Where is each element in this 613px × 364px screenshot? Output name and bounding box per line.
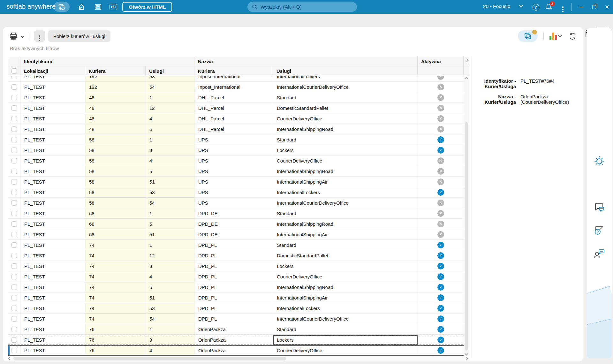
- active-status-icon[interactable]: ✓: [437, 326, 444, 333]
- cell-uslugi-nazwa[interactable]: CourierDeliveryOffice: [273, 155, 418, 166]
- cell-uslugi-nazwa[interactable]: Standard: [273, 134, 418, 145]
- cell-uslugi-id[interactable]: 51: [146, 229, 195, 239]
- active-status-icon[interactable]: ✕: [437, 200, 444, 206]
- active-status-icon[interactable]: ✕: [437, 84, 444, 90]
- row-checkbox[interactable]: [11, 95, 17, 100]
- cell-kuriera-nazwa[interactable]: OrlenPackza: [195, 335, 273, 345]
- minimize-button[interactable]: [577, 2, 586, 12]
- cell-uslugi-nazwa[interactable]: Standard: [273, 208, 418, 218]
- vertical-scrollbar[interactable]: [464, 77, 469, 356]
- active-status-icon[interactable]: ✓: [437, 189, 444, 196]
- restore-button[interactable]: [589, 2, 599, 12]
- row-checkbox[interactable]: [11, 316, 17, 322]
- cell-kuriera-id[interactable]: 74: [86, 292, 146, 303]
- row-checkbox[interactable]: [11, 306, 17, 311]
- ideas-button[interactable]: [593, 155, 606, 168]
- cell-uslugi-nazwa[interactable]: Standard: [273, 240, 418, 250]
- cell-uslugi-nazwa[interactable]: InternationalCourierDeliveryOffice: [273, 314, 418, 324]
- table-row[interactable]: PL_TEST 192 53 Inpost_International Inte…: [8, 76, 469, 82]
- cell-kuriera-id[interactable]: 74: [86, 314, 146, 324]
- cell-uslugi-nazwa[interactable]: InternationalShippingRoad: [273, 282, 418, 292]
- active-status-icon[interactable]: ✓: [437, 136, 444, 143]
- cell-kuriera-nazwa[interactable]: DPD_DE: [195, 208, 273, 218]
- vertical-scrollbar-thumb[interactable]: [465, 122, 468, 351]
- active-status-icon[interactable]: ✕: [437, 76, 444, 80]
- cell-lokalizacji[interactable]: PL_TEST: [21, 92, 86, 102]
- cell-uslugi-id[interactable]: 53: [146, 76, 195, 81]
- cell-uslugi-id[interactable]: 3: [146, 335, 195, 345]
- cell-uslugi-nazwa[interactable]: InternationalShippingAir: [273, 177, 418, 187]
- cell-uslugi-nazwa[interactable]: DomesticStandardPallet: [273, 103, 418, 113]
- print-chevron-icon[interactable]: [20, 34, 24, 38]
- cell-lokalizacji[interactable]: PL_TEST: [21, 303, 86, 313]
- table-row[interactable]: PL_TEST 48 5 DHL_Parcel InternationalShi…: [8, 124, 469, 134]
- cell-kuriera-id[interactable]: 58: [86, 134, 146, 145]
- cell-lokalizacji[interactable]: PL_TEST: [21, 240, 86, 250]
- table-row[interactable]: PL_TEST 58 3 UPS Lockers ✓: [8, 145, 469, 155]
- cell-kuriera-nazwa[interactable]: DPD_PL: [195, 282, 273, 292]
- cell-kuriera-nazwa[interactable]: UPS: [195, 134, 273, 145]
- cell-uslugi-nazwa[interactable]: InternationalCourierDeliveryOffice: [273, 198, 418, 208]
- cell-uslugi-nazwa[interactable]: Lockers: [273, 335, 418, 345]
- cell-uslugi-id[interactable]: 4: [146, 346, 195, 355]
- cell-kuriera-nazwa[interactable]: OrlenPackza: [195, 346, 273, 355]
- cell-kuriera-id[interactable]: 76: [86, 346, 146, 355]
- cell-kuriera-nazwa[interactable]: UPS: [195, 198, 273, 208]
- cell-uslugi-id[interactable]: 1: [146, 208, 195, 218]
- cell-uslugi-id[interactable]: 4: [146, 155, 195, 166]
- cell-uslugi-nazwa[interactable]: InternationalLockers: [273, 303, 418, 313]
- row-checkbox[interactable]: [11, 148, 17, 153]
- refresh-button[interactable]: [568, 32, 577, 41]
- cell-kuriera-id[interactable]: 76: [86, 335, 146, 345]
- cell-uslugi-nazwa[interactable]: InternationalShippingAir: [273, 229, 418, 239]
- home-button[interactable]: [77, 2, 86, 12]
- cell-kuriera-id[interactable]: 58: [86, 166, 146, 176]
- cell-uslugi-id[interactable]: 53: [146, 187, 195, 197]
- cell-kuriera-id[interactable]: 58: [86, 145, 146, 155]
- active-status-icon[interactable]: ✓: [437, 242, 444, 248]
- table-row[interactable]: PL_TEST 58 53 UPS InternationalLockers ✓: [8, 187, 469, 198]
- cell-kuriera-id[interactable]: 48: [86, 113, 146, 124]
- cell-uslugi-id[interactable]: 5: [146, 282, 195, 292]
- cell-uslugi-id[interactable]: 54: [146, 198, 195, 208]
- cell-kuriera-nazwa[interactable]: DHL_Parcel: [195, 124, 273, 134]
- grid-more-button[interactable]: [34, 30, 45, 42]
- active-status-icon[interactable]: ✓: [437, 284, 444, 291]
- table-row[interactable]: PL_TEST 192 54 Inpost_International Inte…: [8, 82, 469, 92]
- download-couriers-button[interactable]: Pobierz kurierów i usługi: [48, 30, 110, 42]
- row-checkbox[interactable]: [11, 221, 17, 227]
- open-in-html-button[interactable]: Otwórz w HTML: [122, 2, 172, 12]
- community-button[interactable]: [593, 247, 606, 261]
- view-mode-button[interactable]: [518, 30, 538, 42]
- table-row[interactable]: PL_TEST 74 54 DPD_PL InternationalCourie…: [8, 314, 469, 324]
- row-checkbox[interactable]: [11, 348, 17, 353]
- cell-lokalizacji[interactable]: PL_TEST: [21, 155, 86, 166]
- cell-uslugi-nazwa[interactable]: CourierDeliveryOffice: [273, 271, 418, 282]
- more-options-button[interactable]: [558, 2, 568, 12]
- cell-kuriera-nazwa[interactable]: UPS: [195, 155, 273, 166]
- table-row[interactable]: PL_TEST 58 5 UPS InternationalShippingRo…: [8, 166, 469, 177]
- cell-uslugi-id[interactable]: 5: [146, 219, 195, 229]
- active-status-icon[interactable]: ✓: [437, 263, 444, 269]
- print-button[interactable]: [9, 32, 18, 40]
- cell-lokalizacji[interactable]: PL_TEST: [21, 187, 86, 197]
- cell-kuriera-id[interactable]: 74: [86, 271, 146, 282]
- cell-lokalizacji[interactable]: PL_TEST: [21, 208, 86, 218]
- table-row[interactable]: PL_TEST 48 1 DHL_Parcel Standard ✕: [8, 92, 469, 103]
- cell-kuriera-id[interactable]: 58: [86, 155, 146, 166]
- table-row[interactable]: PL_TEST 68 5 DPD_DE InternationalShippin…: [8, 219, 469, 229]
- company-selector[interactable]: 20 - Focusio: [483, 4, 510, 9]
- bc-button[interactable]: BC: [109, 2, 118, 12]
- cell-lokalizacji[interactable]: PL_TEST: [21, 314, 86, 324]
- cell-lokalizacji[interactable]: PL_TEST: [21, 261, 86, 271]
- scroll-left-icon[interactable]: [8, 357, 11, 360]
- cell-uslugi-id[interactable]: 5: [146, 166, 195, 176]
- cell-kuriera-id[interactable]: 68: [86, 208, 146, 218]
- news-button[interactable]: [93, 2, 103, 12]
- group-header-nazwa[interactable]: Nazwa: [194, 57, 418, 66]
- cell-kuriera-id[interactable]: 74: [86, 282, 146, 292]
- active-status-icon[interactable]: ✓: [437, 315, 444, 322]
- cell-uslugi-nazwa[interactable]: Lockers: [273, 261, 418, 271]
- cell-kuriera-nazwa[interactable]: DHL_Parcel: [195, 113, 273, 124]
- cell-kuriera-nazwa[interactable]: UPS: [195, 166, 273, 176]
